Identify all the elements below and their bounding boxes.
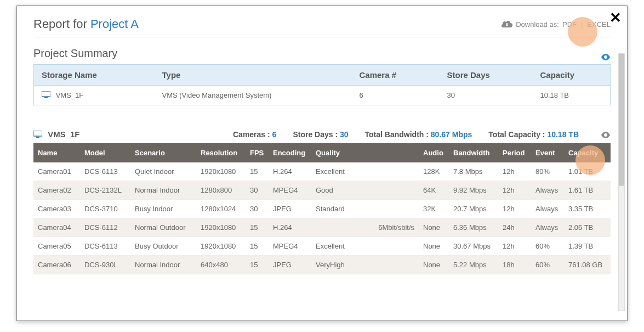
project-name: Project A xyxy=(90,17,139,31)
col-resolution: Resolution xyxy=(196,143,246,162)
col-camera-count: Camera # xyxy=(352,65,440,86)
eye-icon[interactable] xyxy=(601,131,611,138)
table-row[interactable]: Camera03DCS-3710Busy Indoor1280x102430JP… xyxy=(33,200,611,218)
cell-event: 60% xyxy=(531,237,564,256)
svg-rect-1 xyxy=(44,97,48,98)
summary-title-text: Project Summary xyxy=(33,47,117,60)
cell-capacity: 2.06 TB xyxy=(564,218,611,237)
cell-fps: 15 xyxy=(246,162,269,181)
summary-row[interactable]: VMS_1F VMS (Video Management System) 6 3… xyxy=(34,86,611,105)
storage-name: VMS_1F xyxy=(48,130,79,139)
summary-storage-name: VMS_1F xyxy=(56,91,84,99)
cell-name: Camera04 xyxy=(33,218,80,237)
cell-name: Camera01 xyxy=(33,162,80,181)
scrollbar[interactable] xyxy=(618,53,625,311)
cell-model: DCS-6113 xyxy=(80,162,130,181)
report-modal: ✕ Report for Project A Download as: PDF … xyxy=(16,5,628,321)
col-capacity: Capacity xyxy=(533,65,611,86)
summary-section-title: Project Summary xyxy=(33,47,611,60)
cell-model: DCS-2132L xyxy=(80,181,130,200)
download-label: Download as: xyxy=(516,20,559,29)
modal-header: Report for Project A Download as: PDF | … xyxy=(33,17,611,37)
cell-encoding: JPEG xyxy=(269,200,311,218)
cell-fps: 15 xyxy=(246,218,269,237)
cell-scenario: Normal Indoor xyxy=(130,256,196,274)
cell-period: 12h xyxy=(498,162,531,181)
summary-days: 30 xyxy=(440,86,533,105)
summary-type: VMS (Video Management System) xyxy=(155,86,352,105)
col-event: Event xyxy=(531,143,564,162)
download-pdf-link[interactable]: PDF xyxy=(562,20,577,29)
col-capacity: Capacity xyxy=(564,143,611,162)
summary-camera-count: 6 xyxy=(352,86,440,105)
page-title: Report for Project A xyxy=(33,17,139,31)
col-storage-name: Storage Name xyxy=(34,65,155,86)
table-row[interactable]: Camera04DCS-6112Normal Outdoor1920x10801… xyxy=(33,218,611,237)
cell-model: DCS-930L xyxy=(80,256,130,274)
cell-quality: 6Mbit/sbit/s xyxy=(311,218,419,237)
cell-encoding: MPEG4 xyxy=(269,181,311,200)
cell-scenario: Normal Indoor xyxy=(130,181,196,200)
cell-resolution: 1920x1080 xyxy=(196,162,246,181)
table-row[interactable]: Camera02DCS-2132LNormal Indoor1280x80030… xyxy=(33,181,611,200)
eye-icon[interactable] xyxy=(601,50,611,57)
col-fps: FPS xyxy=(246,143,269,162)
cell-audio: None xyxy=(419,218,449,237)
cell-period: 24h xyxy=(498,218,531,237)
col-model: Model xyxy=(80,143,130,162)
cell-bandwidth: 30.67 Mbps xyxy=(449,237,498,256)
col-audio: Audio xyxy=(419,143,449,162)
scrollbar-thumb[interactable] xyxy=(619,54,624,185)
cell-encoding: JPEG xyxy=(269,256,311,274)
cell-capacity: 1.01 TB xyxy=(564,162,611,181)
cell-resolution: 1280x800 xyxy=(196,181,246,200)
cell-model: DCS-6112 xyxy=(80,218,130,237)
cell-fps: 30 xyxy=(246,200,269,218)
download-bar: Download as: PDF | EXCEL xyxy=(501,20,611,29)
storage-header: VMS_1F Cameras : 6 Store Days : 30 Total… xyxy=(33,130,611,139)
svg-rect-3 xyxy=(36,137,39,138)
separator: | xyxy=(581,20,583,29)
cell-scenario: Busy Indoor xyxy=(130,200,196,218)
stat-capacity: Total Capacity : 10.18 TB xyxy=(488,130,579,139)
cell-name: Camera03 xyxy=(33,200,80,218)
cell-encoding: MPEG4 xyxy=(269,237,311,256)
cell-event: Always xyxy=(531,200,564,218)
cell-capacity: 3.35 TB xyxy=(564,200,611,218)
cell-scenario: Normal Outdoor xyxy=(130,218,196,237)
col-scenario: Scenario xyxy=(130,143,196,162)
table-row[interactable]: Camera06DCS-930LNormal Indoor640x48015JP… xyxy=(33,256,611,274)
title-prefix: Report for xyxy=(33,17,90,31)
cell-bandwidth: 5.22 Mbps xyxy=(449,256,498,274)
table-row[interactable]: Camera01DCS-6113Quiet Indoor1920x108015H… xyxy=(33,162,611,181)
monitor-icon xyxy=(42,91,50,98)
table-row[interactable]: Camera05DCS-6113Busy Outdoor1920x108015M… xyxy=(33,237,611,256)
cell-audio: None xyxy=(419,237,449,256)
download-excel-link[interactable]: EXCEL xyxy=(587,20,611,29)
cell-audio: None xyxy=(419,256,449,274)
svg-rect-2 xyxy=(33,131,42,136)
cell-bandwidth: 6.36 Mbps xyxy=(449,218,498,237)
cell-resolution: 1920x1080 xyxy=(196,237,246,256)
col-type: Type xyxy=(155,65,352,86)
cell-fps: 15 xyxy=(246,256,269,274)
cell-model: DCS-3710 xyxy=(80,200,130,218)
cell-period: 12h xyxy=(498,200,531,218)
cell-event: Always xyxy=(531,218,564,237)
camera-table: Name Model Scenario Resolution FPS Encod… xyxy=(33,143,611,274)
close-icon[interactable]: ✕ xyxy=(609,9,622,26)
cell-period: 18h xyxy=(498,256,531,274)
cloud-download-icon xyxy=(501,20,512,29)
col-store-days: Store Days xyxy=(440,65,533,86)
cell-event: 80% xyxy=(531,162,564,181)
cell-event: Always xyxy=(531,181,564,200)
cell-scenario: Busy Outdoor xyxy=(130,237,196,256)
summary-table: Storage Name Type Camera # Store Days Ca… xyxy=(33,64,611,105)
cell-bandwidth: 9.92 Mbps xyxy=(449,181,498,200)
cell-scenario: Quiet Indoor xyxy=(130,162,196,181)
cell-model: DCS-6113 xyxy=(80,237,130,256)
cell-fps: 15 xyxy=(246,237,269,256)
cell-audio: 128K xyxy=(419,162,449,181)
stat-store-days: Store Days : 30 xyxy=(293,130,348,139)
cell-audio: 32K xyxy=(419,200,449,218)
